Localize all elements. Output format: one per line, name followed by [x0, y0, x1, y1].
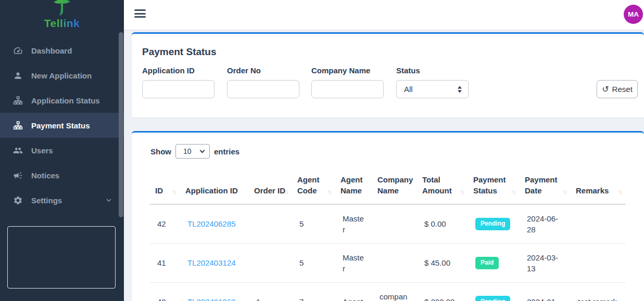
cell-id: 40: [150, 282, 180, 301]
company-name-label: Company Name: [311, 66, 370, 75]
cell-order-id: [249, 204, 292, 244]
cell-payment-status: Pending: [468, 282, 520, 301]
entries-label: entries: [214, 147, 239, 156]
table-card: Show 10 entries ID ↑↓ Application ID O: [132, 131, 644, 301]
cell-total-amount: $ 0.00: [417, 204, 468, 244]
cell-remarks: test remark: [571, 282, 626, 301]
table-header-row: ID ↑↓ Application ID Order ID ↑↓ Agent C…: [150, 168, 626, 204]
table-row: 41 TL202403124 5 Master $ 45.00 Paid 202…: [150, 243, 626, 282]
column-header-label: Total Amount: [422, 175, 452, 195]
sidebar-item-label: New Application: [31, 71, 92, 80]
page-length-select[interactable]: 10: [175, 144, 210, 159]
table-row: 42 TL202406285 5 Master $ 0.00 Pending 2…: [150, 204, 626, 244]
sidebar-item-label: Payment Status: [31, 121, 90, 130]
sidebar-empty-panel: [7, 226, 116, 289]
sort-icon: ↑↓: [511, 188, 515, 197]
cell-application-id: TL202401963: [180, 282, 249, 301]
status-select-wrap: All: [396, 80, 469, 98]
sidebar-item-payment-status[interactable]: Payment Status: [0, 113, 124, 138]
reset-button[interactable]: ↺ Reset: [597, 80, 638, 98]
filters-card: Payment Status Application ID Order No C…: [132, 32, 644, 117]
status-select[interactable]: All: [396, 80, 469, 98]
column-header-company-name: Company Name: [372, 168, 417, 204]
status-badge: Pending: [475, 296, 510, 301]
cell-order-id: [249, 243, 292, 282]
sidebar-item-users[interactable]: Users: [0, 138, 124, 163]
column-header-order-id[interactable]: Order ID ↑↓: [249, 168, 292, 204]
column-header-label: ID: [155, 186, 163, 195]
show-label: Show: [150, 147, 171, 156]
application-id-link[interactable]: TL202403124: [187, 258, 236, 267]
sidebar-item-dashboard[interactable]: Dashboard: [0, 38, 124, 63]
gear-icon: [12, 195, 23, 205]
column-header-label: Application ID: [185, 186, 238, 195]
cell-order-id: 1: [249, 282, 292, 301]
cell-company-name: company: [372, 282, 417, 301]
chevron-down-icon: [105, 197, 112, 204]
cell-total-amount: $ 45.00: [417, 243, 468, 282]
column-header-agent-code[interactable]: Agent Code ↑↓: [292, 168, 335, 204]
column-header-label: Agent Name: [340, 175, 363, 195]
application-id-link[interactable]: TL202401963: [187, 297, 236, 301]
column-header-agent-name: Agent Name: [335, 168, 372, 204]
status-label: Status: [396, 66, 420, 75]
sidebar-item-label: Notices: [31, 171, 59, 180]
cell-agent-name: Master: [335, 243, 372, 282]
company-name-input[interactable]: [311, 80, 384, 98]
column-header-label: Payment Status: [473, 175, 506, 195]
sidebar-item-label: Users: [31, 146, 53, 155]
payments-table: ID ↑↓ Application ID Order ID ↑↓ Agent C…: [150, 168, 626, 301]
logo: Tellink: [0, 0, 124, 30]
dashboard-icon: [12, 45, 23, 56]
column-header-id[interactable]: ID ↑↓: [150, 168, 180, 204]
column-header-payment-date[interactable]: Payment Date ↑↓: [520, 168, 571, 204]
column-header-remarks[interactable]: Remarks ↑↓: [571, 168, 626, 204]
cell-application-id: TL202403124: [180, 243, 249, 282]
sitemap-icon: [12, 120, 23, 130]
page-length-control: Show 10 entries: [150, 144, 239, 159]
sidebar-item-notices[interactable]: Notices: [0, 163, 124, 188]
sidebar: Tellink Dashboard New Application Applic…: [0, 0, 124, 301]
order-no-input[interactable]: [227, 80, 299, 98]
order-no-label: Order No: [227, 66, 261, 75]
application-id-input[interactable]: [142, 80, 214, 98]
column-header-total-amount[interactable]: Total Amount ↑↓: [417, 168, 468, 204]
sidebar-item-label: Settings: [31, 196, 62, 205]
app: Tellink Dashboard New Application Applic…: [0, 0, 644, 301]
sidebar-item-new-application[interactable]: New Application: [0, 63, 124, 88]
sidebar-scrollbar[interactable]: [119, 32, 123, 217]
reset-label: Reset: [612, 85, 633, 94]
column-header-label: Order ID: [254, 186, 285, 195]
sitemap-icon: [12, 95, 23, 106]
cell-agent-name: Master: [335, 204, 372, 244]
sidebar-item-label: Dashboard: [31, 46, 72, 55]
page-title: Payment Status: [142, 46, 217, 58]
sort-icon: ↑↓: [460, 188, 464, 197]
hamburger-menu-icon[interactable]: [134, 9, 146, 18]
status-badge: Paid: [475, 257, 499, 269]
user-icon: [12, 70, 23, 81]
cell-total-amount: $ 200.00: [417, 282, 468, 301]
table-body: 42 TL202406285 5 Master $ 0.00 Pending 2…: [150, 204, 626, 301]
sort-icon: ↑↓: [327, 188, 331, 197]
megaphone-icon: [12, 170, 23, 180]
sort-icon: ↑↓: [562, 188, 566, 197]
users-icon: [12, 145, 23, 155]
sidebar-item-application-status[interactable]: Application Status: [0, 88, 124, 113]
sort-icon: ↑↓: [284, 188, 288, 197]
column-header-label: Agent Code: [297, 175, 320, 195]
status-badge: Pending: [475, 218, 510, 230]
column-header-label: Remarks: [576, 186, 609, 195]
cell-application-id: TL202406285: [180, 204, 249, 244]
column-header-payment-status[interactable]: Payment Status ↑↓: [468, 168, 520, 204]
sidebar-nav: Dashboard New Application Application St…: [0, 38, 124, 213]
cell-agent-code: 7: [292, 282, 335, 301]
column-header-label: Company Name: [377, 175, 413, 195]
cell-company-name: [372, 204, 417, 244]
sidebar-item-label: Application Status: [31, 96, 100, 105]
topbar: MA: [124, 0, 644, 30]
sidebar-item-settings[interactable]: Settings: [0, 188, 124, 213]
application-id-link[interactable]: TL202406285: [187, 219, 236, 228]
cell-remarks: [571, 243, 626, 282]
avatar[interactable]: MA: [624, 5, 643, 24]
